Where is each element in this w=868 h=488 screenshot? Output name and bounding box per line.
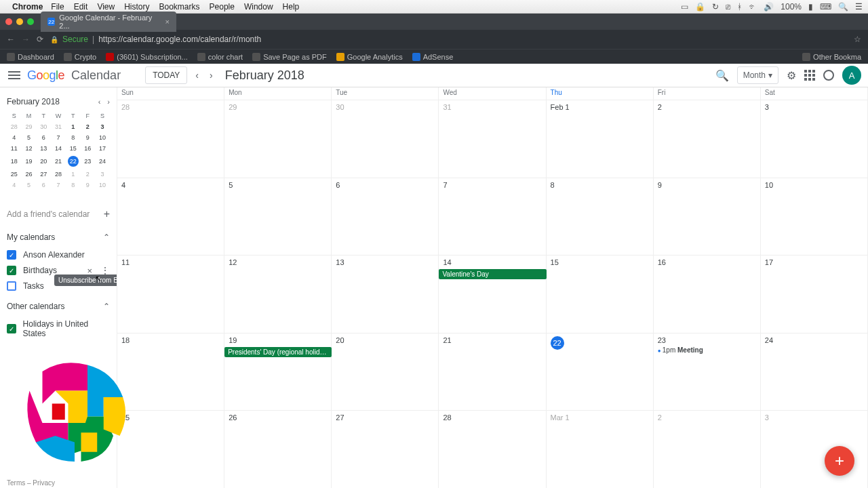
day-cell[interactable]: 9 — [654, 178, 761, 256]
bookmark-analytics[interactable]: Google Analytics — [336, 53, 403, 61]
prev-month-icon[interactable]: ‹ — [193, 67, 201, 83]
mini-day[interactable]: 20 — [36, 154, 51, 169]
mini-next-icon[interactable]: › — [107, 98, 110, 106]
day-cell[interactable]: 13 — [332, 256, 439, 333]
mini-day[interactable]: 2 — [81, 121, 96, 132]
mini-day[interactable]: 2 — [81, 169, 96, 180]
mac-menu-people[interactable]: People — [210, 2, 235, 12]
create-event-fab[interactable]: + — [825, 446, 854, 476]
mini-day[interactable]: 14 — [51, 143, 66, 154]
mac-menu-edit[interactable]: Edit — [74, 2, 88, 12]
mini-day[interactable]: 4 — [7, 132, 22, 143]
mini-day[interactable]: 25 — [7, 169, 22, 180]
mini-day[interactable]: 28 — [7, 121, 22, 132]
mac-menu-file[interactable]: File — [51, 2, 64, 12]
mini-day[interactable]: 8 — [66, 132, 81, 143]
day-cell[interactable]: 19Presidents' Day (regional holiday) — [224, 333, 332, 411]
next-month-icon[interactable]: › — [207, 67, 216, 83]
mini-day[interactable]: 9 — [81, 132, 96, 143]
day-cell[interactable]: 14Valentine's Day — [439, 256, 546, 333]
help-icon[interactable] — [823, 70, 834, 81]
day-cell[interactable]: 2 — [654, 411, 761, 488]
bookmark-color[interactable]: color chart — [197, 53, 243, 61]
mini-day[interactable]: 12 — [22, 143, 37, 154]
mini-day[interactable]: 30 — [36, 121, 51, 132]
screen-icon[interactable]: ⎚ — [726, 2, 730, 12]
bookmark-dashboard[interactable]: Dashboard — [7, 53, 54, 61]
mini-day[interactable]: 31 — [51, 121, 66, 132]
account-avatar[interactable]: A — [842, 66, 861, 85]
mini-day[interactable]: 26 — [22, 169, 37, 180]
bookmark-youtube[interactable]: (3601) Subscription... — [106, 53, 188, 61]
event-valentines[interactable]: Valentine's Day — [439, 269, 546, 279]
mini-day[interactable]: 21 — [51, 154, 66, 169]
day-cell[interactable]: 28 — [117, 100, 224, 178]
other-calendars-header[interactable]: Other calendars ⌃ — [7, 302, 110, 311]
mac-menu-bookmarks[interactable]: Bookmarks — [159, 2, 200, 12]
sync-icon[interactable]: ↻ — [712, 2, 719, 12]
mini-day[interactable]: 11 — [7, 143, 22, 154]
mini-day[interactable]: 9 — [81, 180, 96, 190]
day-cell[interactable]: 29 — [224, 100, 332, 178]
mini-day[interactable]: 13 — [36, 143, 51, 154]
mini-day[interactable]: 28 — [51, 169, 66, 180]
bookmark-adsense[interactable]: AdSense — [412, 53, 454, 61]
mini-day[interactable]: 29 — [22, 121, 37, 132]
day-cell[interactable]: 2 — [654, 100, 761, 178]
mini-prev-icon[interactable]: ‹ — [98, 98, 101, 106]
footer-links[interactable]: Terms – Privacy — [7, 479, 55, 487]
mini-day[interactable]: 27 — [36, 169, 51, 180]
mini-day[interactable]: 4 — [7, 180, 22, 190]
calendar-item[interactable]: Holidays in United States — [7, 317, 110, 341]
mini-day[interactable]: 10 — [95, 180, 110, 190]
mac-menu-history[interactable]: History — [124, 2, 149, 12]
calendar-checkbox[interactable] — [7, 324, 16, 333]
display-icon[interactable]: ▭ — [681, 2, 688, 12]
mini-day[interactable]: 10 — [95, 132, 110, 143]
mini-day[interactable]: 17 — [95, 143, 110, 154]
mini-calendar[interactable]: SMTWTFS282930311234567891011121314151617… — [7, 110, 110, 190]
back-icon[interactable]: ← — [7, 35, 15, 44]
mac-menu-view[interactable]: View — [97, 2, 115, 12]
day-cell[interactable]: 17 — [761, 256, 868, 333]
event-presidents[interactable]: Presidents' Day (regional holiday) — [224, 347, 332, 357]
mini-day[interactable]: 1 — [66, 169, 81, 180]
lock-icon[interactable]: 🔒 — [695, 2, 705, 12]
day-cell[interactable]: 27 — [332, 411, 439, 488]
day-cell[interactable]: 20 — [332, 333, 439, 411]
search-icon[interactable]: 🔍 — [715, 69, 729, 82]
day-cell[interactable]: 6 — [332, 178, 439, 256]
mini-day[interactable]: 8 — [66, 180, 81, 190]
calendar-item[interactable]: Anson Alexander — [7, 247, 110, 262]
mini-day[interactable]: 6 — [36, 180, 51, 190]
day-cell[interactable]: Mar 1 — [547, 411, 654, 488]
day-cell[interactable]: 8 — [547, 178, 654, 256]
reload-icon[interactable]: ⟳ — [37, 35, 43, 44]
mini-day[interactable]: 22 — [66, 154, 81, 169]
close-window-button[interactable] — [5, 18, 12, 25]
minimize-window-button[interactable] — [16, 18, 23, 25]
mini-day[interactable]: 1 — [66, 121, 81, 132]
today-button[interactable]: TODAY — [145, 66, 187, 84]
mini-day[interactable]: 18 — [7, 154, 22, 169]
calendar-checkbox[interactable] — [7, 266, 16, 275]
event-meeting[interactable]: 1pm Meeting — [658, 346, 756, 354]
browser-tab[interactable]: 22 Google Calendar - February 2... × — [41, 12, 176, 32]
day-cell[interactable]: 12 — [224, 256, 332, 333]
main-menu-icon[interactable] — [7, 68, 22, 83]
tab-close-icon[interactable]: × — [165, 18, 170, 26]
mini-day[interactable]: 19 — [22, 154, 37, 169]
my-calendars-header[interactable]: My calendars ⌃ — [7, 232, 110, 242]
spotlight-icon[interactable]: 🔍 — [838, 2, 848, 12]
day-cell[interactable]: 10 — [761, 178, 868, 256]
day-cell[interactable]: 30 — [332, 100, 439, 178]
calendar-checkbox[interactable] — [7, 281, 16, 291]
day-cell[interactable]: 26 — [224, 411, 332, 488]
mac-menu-help[interactable]: Help — [283, 2, 300, 12]
battery-icon[interactable]: ▮ — [808, 2, 813, 12]
day-cell[interactable]: 16 — [654, 256, 761, 333]
day-cell[interactable]: 5 — [224, 178, 332, 256]
bluetooth-icon[interactable]: ᚼ — [737, 2, 742, 12]
day-cell[interactable]: 24 — [761, 333, 868, 411]
view-dropdown[interactable]: Month ▾ — [737, 66, 778, 84]
